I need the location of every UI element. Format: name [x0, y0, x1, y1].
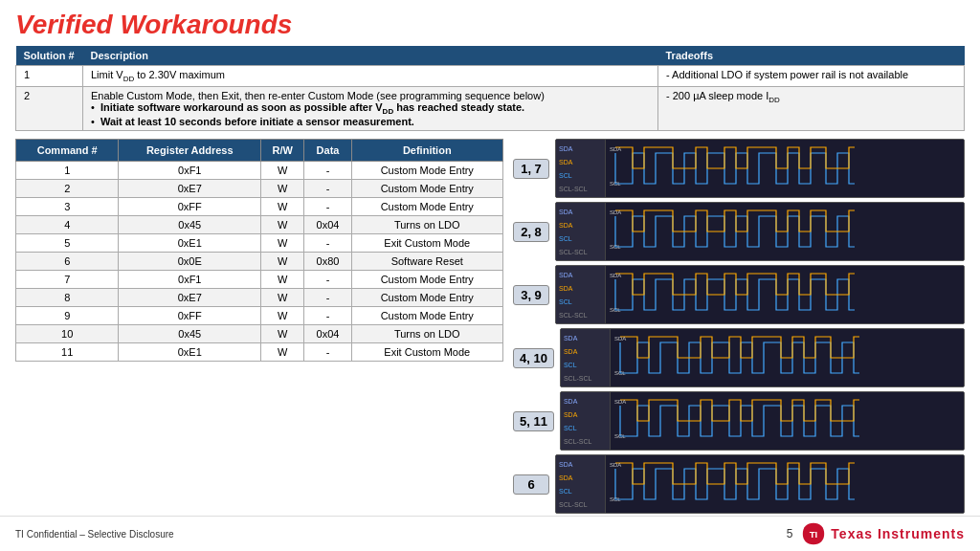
sol-header-num: Solution #: [16, 46, 83, 66]
cmd-cell-data: -: [304, 162, 351, 180]
svg-text:SCL: SCL: [614, 433, 626, 439]
waveform-panel: SDA SDA SCL SCL-SCL SDA SCL: [560, 391, 965, 451]
cmd-cell-rw: W: [261, 180, 304, 198]
cmd-cell-cmd: 9: [16, 307, 119, 325]
sol-tradeoff-2: - 200 µA sleep mode IDD: [658, 87, 965, 131]
svg-text:SDA: SDA: [614, 336, 626, 342]
cmd-header-def: Definition: [351, 140, 502, 162]
sol-row-1: 1 Limit VDD to 2.30V maximum - Additiona…: [16, 66, 965, 87]
cmd-cell-rw: W: [261, 289, 304, 307]
cmd-cell-def: Turns on LDO: [351, 216, 502, 234]
cmd-cell-cmd: 6: [16, 253, 119, 271]
cmd-header-reg: Register Address: [119, 140, 261, 162]
waveform-row: 2, 8 SDA SDA SCL SCL-SCL SDA SCL: [513, 202, 965, 261]
cmd-cell-cmd: 2: [16, 180, 119, 198]
waveform-panel: SDA SDA SCL SCL-SCL SDA SCL: [560, 328, 965, 387]
svg-text:SCL: SCL: [610, 496, 621, 502]
cmd-cell-data: -: [304, 343, 351, 362]
waveform-left-panel: SDA SDA SCL SCL-SCL: [561, 329, 611, 386]
cmd-cell-rw: W: [261, 325, 304, 343]
sol-num-1: 1: [16, 66, 83, 87]
ti-logo-text: Texas Instruments: [831, 526, 965, 541]
cmd-cell-data: 0x04: [304, 325, 351, 343]
cmd-cell-reg: 0xE1: [119, 343, 261, 362]
waveform-right-panel: SDA SCL: [611, 329, 964, 386]
waveform-left-panel: SDA SDA SCL SCL-SCL: [561, 392, 611, 450]
cmd-cell-reg: 0x45: [119, 325, 261, 343]
cmd-cell-cmd: 7: [16, 271, 119, 289]
cmd-cell-data: -: [304, 198, 351, 216]
cmd-cell-reg: 0xE1: [119, 234, 261, 253]
svg-text:SDA: SDA: [614, 399, 626, 405]
waveform-right-panel: SDA SCL: [606, 140, 964, 197]
sol-tradeoff-1: - Additional LDO if system power rail is…: [658, 66, 965, 87]
cmd-cell-rw: W: [261, 271, 304, 289]
page: Verified Workarounds Solution # Descript…: [0, 0, 980, 551]
cmd-row: 110xE1W-Exit Custom Mode: [16, 343, 503, 362]
cmd-cell-cmd: 11: [16, 343, 119, 362]
waveform-badge: 4, 10: [513, 348, 554, 368]
cmd-cell-reg: 0xFF: [119, 198, 261, 216]
waveform-panel: SDA SDA SCL SCL-SCL SDA SCL: [555, 139, 965, 198]
cmd-cell-data: -: [304, 234, 351, 253]
cmd-row: 80xE7W-Custom Mode Entry: [16, 289, 503, 307]
waveform-badge: 5, 11: [513, 411, 554, 431]
sol-desc-2: Enable Custom Mode, then Exit, then re-e…: [83, 87, 658, 131]
cmd-row: 100x45W0x04Turns on LDO: [16, 325, 503, 343]
cmd-cell-data: 0x04: [304, 216, 351, 234]
cmd-cell-def: Software Reset: [351, 253, 502, 271]
waveform-right-panel: SDA SCL: [611, 392, 964, 450]
waveform-row: 4, 10 SDA SDA SCL SCL-SCL SDA SCL: [513, 328, 965, 387]
footer-right: 5 TI Texas Instruments: [787, 520, 965, 547]
header: Verified Workarounds: [0, 0, 980, 46]
cmd-cell-reg: 0xFF: [119, 307, 261, 325]
sol-num-2: 2: [16, 87, 83, 131]
waveform-row: 5, 11 SDA SDA SCL SCL-SCL SDA SCL: [513, 391, 965, 451]
svg-text:SDA: SDA: [610, 146, 621, 152]
solutions-table: Solution # Description Tradeoffs 1 Limit…: [15, 46, 965, 131]
svg-text:SCL: SCL: [610, 181, 621, 187]
svg-text:SCL: SCL: [610, 307, 621, 313]
waveform-section: 1, 7 SDA SDA SCL SCL-SCL SDA SCL 2, 8 SD…: [513, 139, 965, 516]
ti-logo-icon: TI: [800, 520, 827, 547]
cmd-cell-def: Exit Custom Mode: [351, 234, 502, 253]
svg-text:SDA: SDA: [610, 462, 621, 468]
cmd-row: 60x0EW0x80Software Reset: [16, 253, 503, 271]
cmd-row: 30xFFW-Custom Mode Entry: [16, 198, 503, 216]
cmd-cell-data: 0x80: [304, 253, 351, 271]
waveform-right-panel: SDA SCL: [606, 455, 964, 513]
cmd-row: 70xF1W-Custom Mode Entry: [16, 271, 503, 289]
cmd-cell-def: Turns on LDO: [351, 325, 502, 343]
sol-desc-1: Limit VDD to 2.30V maximum: [83, 66, 658, 87]
cmd-cell-rw: W: [261, 198, 304, 216]
svg-text:SCL: SCL: [614, 370, 626, 376]
cmd-cell-def: Exit Custom Mode: [351, 343, 502, 362]
cmd-cell-def: Custom Mode Entry: [351, 307, 502, 325]
cmd-row: 10xF1W-Custom Mode Entry: [16, 162, 503, 180]
cmd-cell-def: Custom Mode Entry: [351, 198, 502, 216]
cmd-cell-rw: W: [261, 253, 304, 271]
cmd-cell-cmd: 10: [16, 325, 119, 343]
cmd-cell-reg: 0xE7: [119, 289, 261, 307]
confidential-text: TI Confidential – Selective Disclosure: [15, 529, 174, 540]
waveform-left-panel: SDA SDA SCL SCL-SCL: [556, 266, 606, 323]
cmd-cell-data: -: [304, 289, 351, 307]
svg-text:SDA: SDA: [610, 209, 621, 215]
cmd-row: 90xFFW-Custom Mode Entry: [16, 307, 503, 325]
cmd-header-num: Command #: [16, 140, 119, 162]
cmd-row: 20xE7W-Custom Mode Entry: [16, 180, 503, 198]
cmd-cell-data: -: [304, 180, 351, 198]
waveform-badge: 3, 9: [513, 285, 549, 305]
cmd-row: 40x45W0x04Turns on LDO: [16, 216, 503, 234]
cmd-cell-def: Custom Mode Entry: [351, 180, 502, 198]
main-row: Command # Register Address R/W Data Defi…: [15, 139, 965, 516]
waveform-badge: 1, 7: [513, 159, 549, 179]
svg-text:SCL: SCL: [610, 244, 621, 250]
waveform-left-panel: SDA SDA SCL SCL-SCL: [556, 455, 606, 513]
page-number: 5: [787, 527, 793, 540]
command-table: Command # Register Address R/W Data Defi…: [15, 139, 503, 362]
cmd-cell-cmd: 8: [16, 289, 119, 307]
sol-row-2: 2 Enable Custom Mode, then Exit, then re…: [16, 87, 965, 131]
cmd-cell-reg: 0xF1: [119, 162, 261, 180]
content-area: Solution # Description Tradeoffs 1 Limit…: [0, 46, 980, 516]
